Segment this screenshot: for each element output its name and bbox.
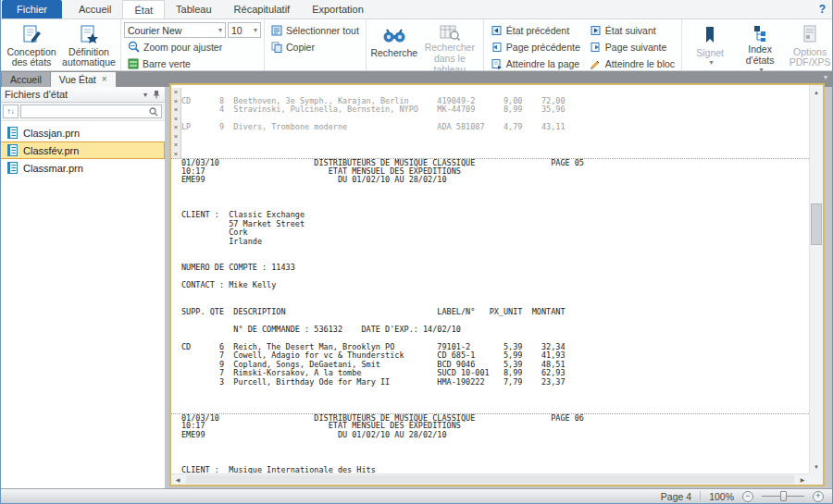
tab-tableau[interactable]: Tableau	[165, 0, 223, 18]
line-gutter	[171, 308, 181, 317]
report-line[interactable]	[171, 404, 809, 413]
prev-page-button[interactable]: Page précédente	[487, 39, 584, 55]
tab-accueil[interactable]: Accueil	[68, 0, 122, 18]
search-table-button[interactable]: Rechercher dans le tableau	[419, 21, 480, 69]
next-page-label: Page suivante	[605, 42, 667, 53]
report-line[interactable]: ×LP 9 Divers, Trombone moderne ADA 58108…	[171, 123, 809, 132]
green-bar-button[interactable]: Barre verte	[124, 55, 261, 71]
goto-page-button[interactable]: Atteindre la page	[487, 55, 584, 71]
scroll-left-icon[interactable]: ◀	[171, 476, 184, 483]
close-icon[interactable]: ×	[102, 75, 107, 84]
report-line[interactable]: EME99 DU 01/02/10 AU 28/02/10	[171, 176, 809, 185]
select-all-button[interactable]: Sélectionner tout	[267, 22, 363, 38]
line-marker-icon[interactable]: ×	[171, 105, 181, 115]
report-line[interactable]: NUMERO DE COMPTE : 11433	[171, 264, 809, 273]
line-gutter	[171, 264, 181, 273]
line-gutter	[171, 220, 181, 229]
report-line[interactable]	[171, 396, 809, 405]
search-button[interactable]: Recherche	[369, 21, 419, 69]
tab-etat[interactable]: État	[122, 0, 165, 18]
select-all-label: Sélectionner tout	[286, 25, 359, 36]
line-marker-icon[interactable]: ×	[171, 97, 181, 106]
zoom-out-button[interactable]: −	[742, 491, 753, 502]
doc-tab-vue-etat-label: Vue État	[59, 74, 96, 85]
pdf-options-button[interactable]: Options PDF/XPS	[785, 21, 833, 69]
report-design-button[interactable]: Conception des états	[3, 21, 60, 69]
ribbon-group-search: Recherche Rechercher dans le tableau	[367, 19, 484, 70]
file-item-classjan[interactable]: Classjan.prn	[0, 124, 165, 141]
vertical-scrollbar[interactable]: ▲ ▼	[809, 85, 823, 473]
chevron-down-icon[interactable]: ▾	[143, 91, 147, 99]
report-line[interactable]	[171, 185, 809, 194]
file-item-classfev[interactable]: Classfév.prn	[0, 141, 165, 159]
goto-block-button[interactable]: Atteindre le bloc	[586, 55, 678, 71]
line-gutter	[171, 290, 181, 300]
bookmark-button[interactable]: Signet ▾	[685, 21, 735, 69]
line-marker-icon[interactable]: ×	[171, 123, 181, 132]
line-marker-icon[interactable]: ×	[171, 132, 181, 141]
report-line[interactable]	[171, 439, 809, 449]
report-line[interactable]: 57 Market Street	[171, 220, 809, 229]
vertical-scroll-thumb[interactable]	[811, 203, 822, 245]
line-marker-icon[interactable]: ×	[171, 115, 181, 124]
scroll-up-icon[interactable]: ▲	[810, 85, 823, 99]
report-line[interactable]: CONTACT : Mike Kelly	[171, 281, 809, 290]
line-gutter	[171, 273, 181, 282]
report-line[interactable]: ×	[171, 132, 809, 141]
report-line[interactable]	[171, 387, 809, 396]
next-page-button[interactable]: Page suivante	[586, 39, 678, 55]
green-bar-icon	[128, 58, 139, 69]
zoom-level: 100%	[709, 491, 734, 502]
font-size-combo[interactable]: 10 ▾	[228, 22, 261, 38]
auto-define-button[interactable]: Définition automatique	[60, 21, 118, 69]
report-index-button[interactable]: Index d'états ▾	[735, 21, 785, 69]
report-line[interactable]	[171, 290, 809, 300]
report-line[interactable]: Cork	[171, 228, 809, 238]
report-index-icon	[751, 24, 769, 43]
zoom-in-button[interactable]: +	[813, 491, 824, 502]
zoom-slider-thumb[interactable]	[780, 491, 787, 501]
report-line[interactable]: N° DE COMMANDE : 536132 DATE D'EXP.: 14/…	[171, 326, 809, 335]
zoom-fit-button[interactable]: Zoom pour ajuster	[124, 39, 261, 55]
horizontal-scroll-thumb[interactable]	[186, 475, 794, 484]
report-line[interactable]: CLIENT : Musique Internationale des Hits	[171, 466, 809, 474]
tab-recapitulatif[interactable]: Récapitulatif	[223, 0, 302, 18]
file-search-input[interactable]	[21, 106, 149, 117]
report-line[interactable]	[171, 193, 809, 203]
copy-button[interactable]: Copier	[267, 39, 363, 55]
horizontal-scrollbar[interactable]: ◀ ▶	[171, 473, 809, 485]
help-icon[interactable]: ?	[819, 3, 826, 16]
doc-tab-accueil[interactable]: Accueil	[2, 72, 50, 87]
prev-report-button[interactable]: État précédent	[487, 22, 584, 38]
report-line[interactable]: ×	[171, 141, 809, 150]
report-line[interactable]	[171, 449, 809, 458]
report-line[interactable]	[171, 246, 809, 255]
scroll-down-icon[interactable]: ▼	[810, 460, 823, 473]
status-bar: Page 4 100% − +	[0, 488, 833, 504]
next-report-button[interactable]: État suivant	[586, 22, 678, 38]
scroll-right-icon[interactable]: ▶	[796, 476, 809, 483]
doc-tab-vue-etat[interactable]: Vue État ×	[51, 72, 116, 87]
line-marker-icon[interactable]: ×	[171, 88, 181, 97]
report-line[interactable]: Irlande	[171, 238, 809, 247]
line-gutter	[171, 334, 181, 343]
line-marker-icon[interactable]: ×	[171, 141, 181, 150]
file-item-classmar[interactable]: Classmar.prn	[0, 159, 165, 177]
tab-bar-pin-icon[interactable]: ▾	[824, 73, 827, 81]
zoom-slider[interactable]	[762, 496, 804, 497]
pin-icon[interactable]	[153, 90, 160, 99]
tab-fichier[interactable]: Fichier	[2, 0, 62, 18]
goto-block-icon	[590, 58, 602, 69]
next-page-icon	[590, 42, 602, 53]
line-marker-icon[interactable]: ×	[171, 150, 181, 159]
font-name-combo[interactable]: Courier New ▾	[124, 22, 226, 38]
report-line[interactable]: × 4 Stravinski, Pulcinella, Bernstein, N…	[171, 105, 809, 115]
sort-button[interactable]: ↑↓	[3, 104, 19, 118]
file-name: Classmar.prn	[23, 163, 83, 174]
tab-exportation[interactable]: Exportation	[301, 0, 375, 18]
report-line[interactable]: SUPP. QTE DESCRIPTION LABEL/N° PX_UNIT M…	[171, 308, 809, 317]
bookmark-icon	[703, 24, 716, 46]
report-line[interactable]: 3 Purcell, Birthday Ode for Mary II HMA-…	[171, 378, 809, 387]
report-line[interactable]: EME99 DU 01/02/10 AU 28/02/10	[171, 431, 809, 440]
report-line[interactable]: ×	[171, 150, 809, 159]
